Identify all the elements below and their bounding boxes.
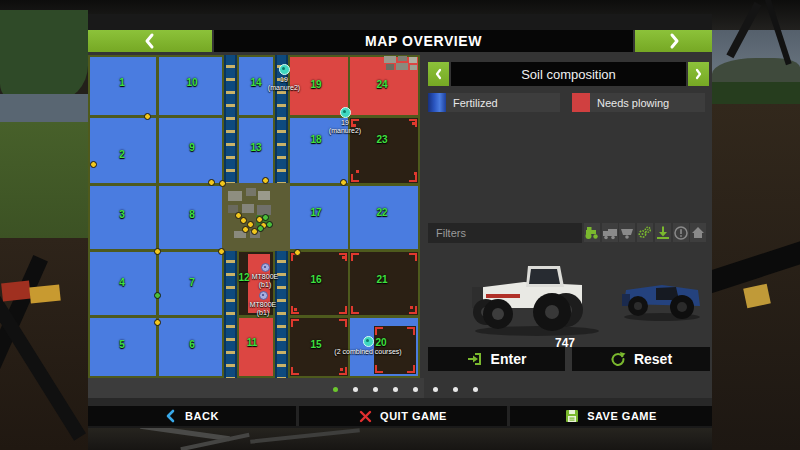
crop-speck (356, 170, 359, 173)
prev-page-button[interactable] (88, 30, 212, 52)
quit-game-button[interactable]: QUIT GAME (299, 406, 507, 426)
enter-label: Enter (491, 351, 527, 367)
farm-green-dot (266, 221, 273, 228)
field-number-label: 10 (186, 77, 197, 88)
field-number-label: 6 (189, 339, 195, 350)
field-corner-marker (351, 253, 359, 261)
filter-tractor-button[interactable] (584, 223, 600, 242)
trailer-icon (619, 225, 635, 241)
overlay-selector-title: Soil composition (521, 67, 616, 82)
vehicle-marker-icon[interactable] (259, 291, 268, 300)
field-number-label: 23 (376, 134, 387, 145)
collectible-dot (90, 161, 97, 168)
field-number-label: 11 (247, 337, 258, 348)
save-floppy-icon (565, 409, 579, 423)
reset-label: Reset (634, 351, 672, 367)
collectible-dot (154, 248, 161, 255)
course-marker-icon[interactable] (363, 336, 374, 347)
marker-glyph (343, 110, 346, 113)
back-button[interactable]: BACK (88, 406, 296, 426)
map-page-dot[interactable] (413, 387, 418, 392)
collectible-dot (144, 113, 151, 120)
reset-button[interactable]: Reset (572, 347, 710, 371)
next-page-button[interactable] (635, 30, 712, 52)
map-page-dot[interactable] (373, 387, 378, 392)
quit-game-label: QUIT GAME (380, 410, 447, 422)
overlay-prev-button[interactable] (428, 62, 449, 86)
field-number-label: 13 (250, 142, 261, 153)
fertilized-swatch (428, 93, 446, 112)
field-map[interactable]: 1234510987614131211191817161524232221201… (88, 55, 420, 378)
filter-home-button[interactable] (690, 223, 706, 242)
filter-trailer-button[interactable] (619, 223, 635, 242)
map-page-dot-active[interactable] (333, 387, 338, 392)
field-corner-marker (291, 367, 299, 375)
filter-download-button[interactable] (655, 223, 671, 242)
field-number-label: 15 (310, 339, 321, 350)
marker-label: MT800E (252, 273, 278, 281)
farm-area (222, 183, 290, 251)
field-number-label: 21 (376, 274, 387, 285)
collectible-dot (154, 319, 161, 326)
tractor-icon (584, 225, 600, 241)
collectible-dot (218, 248, 225, 255)
farm-green-dot (257, 225, 264, 232)
field-corner-marker (339, 319, 347, 327)
mill-building (398, 56, 407, 61)
filter-exclamation-button[interactable] (673, 223, 689, 242)
marker-label: (b1) (259, 281, 271, 289)
course-marker-icon[interactable] (340, 107, 351, 118)
yellow-implement (29, 284, 61, 303)
red-implement (1, 281, 31, 302)
legend-label: Needs plowing (597, 97, 669, 109)
footer-bar: BACK QUIT GAME SAVE GAME (88, 406, 712, 426)
enter-button[interactable]: Enter (428, 347, 565, 371)
field-17 (290, 186, 348, 249)
map-page-dot[interactable] (433, 387, 438, 392)
field-corner-marker (291, 319, 299, 327)
map-page-dot[interactable] (353, 387, 358, 392)
footer-gap (88, 398, 712, 406)
gears-icon (637, 225, 653, 241)
overlay-selector-bar: Soil composition (451, 62, 686, 86)
field-corner-marker (409, 253, 417, 261)
mill-building (384, 56, 396, 63)
chevron-left-icon (434, 68, 443, 80)
collectible-dot (294, 249, 301, 256)
field-number-label: 8 (189, 209, 195, 220)
save-game-button[interactable]: SAVE GAME (510, 406, 712, 426)
field-number-label: 20 (375, 337, 386, 348)
course-marker-icon[interactable] (279, 64, 290, 75)
left-grass (0, 122, 88, 238)
new-holland-tractor-image (616, 264, 708, 322)
marker-glyph (262, 294, 264, 296)
collectible-dot (208, 179, 215, 186)
filters-bar[interactable]: Filters (428, 223, 582, 243)
crop-speck (294, 308, 297, 311)
field-number-label: 14 (250, 77, 261, 88)
quit-x-icon (359, 410, 372, 423)
filter-truck-button[interactable] (602, 223, 618, 242)
farm-building (246, 188, 256, 196)
crop-speck (340, 368, 343, 371)
collectible-dot (154, 292, 161, 299)
save-game-label: SAVE GAME (587, 410, 657, 422)
map-page-dot[interactable] (393, 387, 398, 392)
crop-speck (410, 306, 413, 309)
vehicle-marker-icon[interactable] (261, 263, 270, 272)
marker-label: 19 (280, 76, 288, 84)
field-corner-marker (375, 365, 383, 373)
crop-speck (412, 122, 415, 125)
truck-icon (602, 225, 618, 241)
map-page-dot[interactable] (453, 387, 458, 392)
farm-green-dot (262, 214, 269, 221)
big-bud-747-tractor-image (462, 254, 612, 338)
field-corner-marker (407, 327, 415, 335)
silo-dot (240, 217, 247, 224)
overlay-next-button[interactable] (688, 62, 709, 86)
field-number-label: 18 (310, 134, 321, 145)
filter-gears-button[interactable] (637, 223, 653, 242)
farm-building (258, 191, 270, 200)
back-chevron-icon (165, 409, 177, 423)
map-page-dot[interactable] (473, 387, 478, 392)
